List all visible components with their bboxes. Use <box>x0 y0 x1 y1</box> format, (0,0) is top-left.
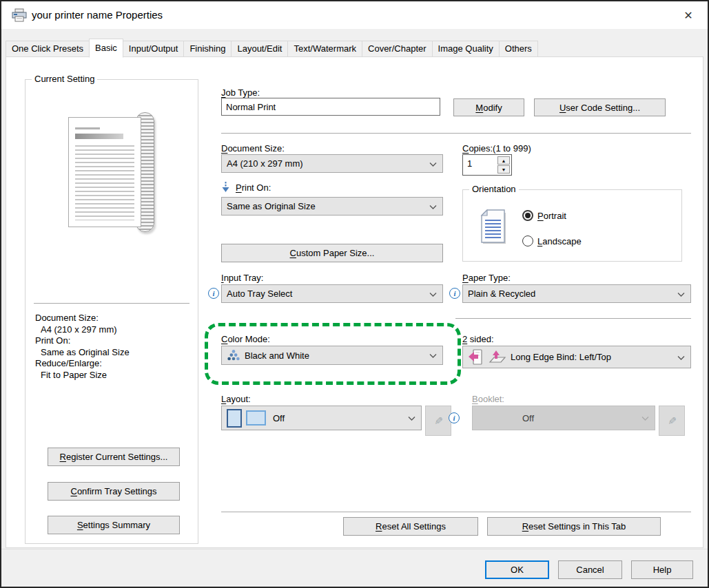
booklet-select: Off <box>472 406 655 430</box>
spin-up-icon: ▲ <box>502 158 506 163</box>
copies-spinner[interactable]: 1 ▲ ▼ <box>462 154 512 176</box>
color-dots-icon <box>227 349 240 361</box>
paper-type-info-icon: i <box>449 288 460 299</box>
tab-cover-chapter[interactable]: Cover/Chapter <box>362 41 433 57</box>
summary-document-size-value: A4 (210 x 297 mm) <box>35 324 130 336</box>
right-column-divider <box>455 318 691 319</box>
summary-reduce-enlarge-label: Reduce/Enlarge: <box>35 358 130 370</box>
copies-label: Copies:(1 to 999) <box>462 143 531 154</box>
portrait-page-icon <box>480 209 507 247</box>
chevron-down-icon <box>429 158 437 169</box>
printer-icon <box>11 8 28 24</box>
summary-reduce-enlarge-value: Fit to Paper Size <box>35 370 130 381</box>
color-mode-select[interactable]: Black and White <box>221 346 443 365</box>
paper-type-value: Plain & Recycled <box>468 288 535 299</box>
landscape-radio-label[interactable]: Landscape <box>537 236 582 246</box>
footer-divider <box>1 549 708 549</box>
layout-portrait-page-icon <box>227 409 242 428</box>
print-on-label: Print On: <box>236 182 271 193</box>
tab-basic[interactable]: Basic <box>89 39 123 58</box>
basic-tab-page: Current Setting Document Size: A4 (210 x… <box>6 56 703 548</box>
custom-paper-size-button[interactable]: Custom Paper Size... <box>221 244 443 262</box>
booklet-label: Booklet: <box>472 394 504 404</box>
chevron-down-icon <box>429 288 437 299</box>
job-type-label: Job Type: <box>221 87 260 98</box>
current-setting-group-label: Current Setting <box>32 74 97 84</box>
paper-type-select[interactable]: Plain & Recycled <box>462 284 691 303</box>
tab-image-quality[interactable]: Image Quality <box>432 41 500 57</box>
current-setting-summary: Document Size: A4 (210 x 297 mm) Print O… <box>35 313 130 381</box>
chevron-down-icon <box>429 350 437 361</box>
chevron-down-icon <box>429 201 437 211</box>
tab-one-click-presets[interactable]: One Click Presets <box>6 41 90 57</box>
input-tray-value: Auto Tray Select <box>227 288 292 299</box>
document-size-label: Document Size: <box>221 143 285 154</box>
two-sided-select[interactable]: Long Edge Bind: Left/Top <box>462 346 691 368</box>
summary-print-on-label: Print On: <box>35 335 130 347</box>
cancel-button[interactable]: Cancel <box>558 560 622 579</box>
layout-landscape-page-icon <box>246 410 266 426</box>
tab-others[interactable]: Others <box>499 41 538 57</box>
document-preview-image <box>60 109 170 236</box>
close-icon: ✕ <box>684 9 692 22</box>
register-current-settings-button[interactable]: Register Current Settings... <box>48 448 180 466</box>
booklet-details-button: ✎ <box>659 406 685 436</box>
color-mode-label: Color Mode: <box>221 334 270 344</box>
current-setting-divider <box>34 303 189 304</box>
layout-select[interactable]: Off <box>221 406 422 430</box>
booklet-info-icon: i <box>449 412 460 423</box>
color-mode-value: Black and White <box>245 350 309 361</box>
ok-button[interactable]: OK <box>485 560 549 579</box>
reset-all-settings-button[interactable]: Reset All Settings <box>343 517 478 536</box>
settings-summary-button[interactable]: Settings Summary <box>48 516 180 534</box>
landscape-radio[interactable] <box>522 235 533 246</box>
input-tray-label: Input Tray: <box>221 273 263 283</box>
modify-button[interactable]: Modify <box>453 98 524 116</box>
summary-document-size-label: Document Size: <box>35 313 130 324</box>
tab-finishing[interactable]: Finishing <box>183 41 232 57</box>
orientation-group-label: Orientation <box>469 184 519 194</box>
printer-properties-dialog: your printer name Properties ✕ One Click… <box>0 0 709 588</box>
input-tray-info-icon: i <box>208 288 219 299</box>
print-on-arrow-icon <box>221 181 230 195</box>
document-size-select[interactable]: A4 (210 x 297 mm) <box>221 154 443 173</box>
reset-settings-in-tab-button[interactable]: Reset Settings in This Tab <box>487 517 661 536</box>
chevron-down-icon <box>408 413 415 423</box>
user-code-setting-button[interactable]: User Code Setting... <box>534 98 666 116</box>
booklet-value: Off <box>522 413 534 423</box>
tab-input-output[interactable]: Input/Output <box>123 41 185 57</box>
two-sided-label: 2 sided: <box>462 334 494 344</box>
print-on-value: Same as Original Size <box>227 201 316 211</box>
close-button[interactable]: ✕ <box>676 6 701 25</box>
layout-details-button: ✎ <box>425 406 451 436</box>
input-tray-select[interactable]: Auto Tray Select <box>221 284 443 303</box>
summary-print-on-value: Same as Original Size <box>35 347 130 359</box>
copies-increment-button[interactable]: ▲ <box>497 156 510 165</box>
tab-layout-edit[interactable]: Layout/Edit <box>231 41 288 57</box>
chevron-down-icon <box>641 413 649 423</box>
paper-type-label: Paper Type: <box>462 273 511 283</box>
help-button[interactable]: Help <box>631 560 693 579</box>
copies-value: 1 <box>467 158 472 169</box>
copies-decrement-button[interactable]: ▼ <box>497 165 510 174</box>
job-type-input[interactable] <box>221 98 440 116</box>
title-bar: your printer name Properties ✕ <box>1 1 708 29</box>
portrait-radio-label[interactable]: Portrait <box>537 211 566 221</box>
portrait-radio[interactable] <box>522 210 533 221</box>
job-type-divider <box>221 133 691 134</box>
current-setting-group: Current Setting Document Size: A4 (210 x… <box>25 79 198 544</box>
tab-text-watermark[interactable]: Text/Watermark <box>287 41 362 57</box>
chevron-down-icon <box>677 288 685 299</box>
tab-strip: One Click Presets Basic Input/Output Fin… <box>6 29 703 57</box>
duplex-bind-icon <box>487 349 506 366</box>
layout-value: Off <box>273 413 285 423</box>
print-on-select[interactable]: Same as Original Size <box>221 197 443 216</box>
duplex-flip-icon <box>468 348 483 366</box>
pencil-icon: ✎ <box>666 417 678 426</box>
reset-divider <box>221 512 691 512</box>
chevron-down-icon <box>677 352 685 362</box>
two-sided-value: Long Edge Bind: Left/Top <box>511 352 611 362</box>
window-title: your printer name Properties <box>32 9 163 21</box>
layout-label: Layout: <box>221 394 251 404</box>
confirm-tray-settings-button[interactable]: Confirm Tray Settings <box>48 482 180 501</box>
